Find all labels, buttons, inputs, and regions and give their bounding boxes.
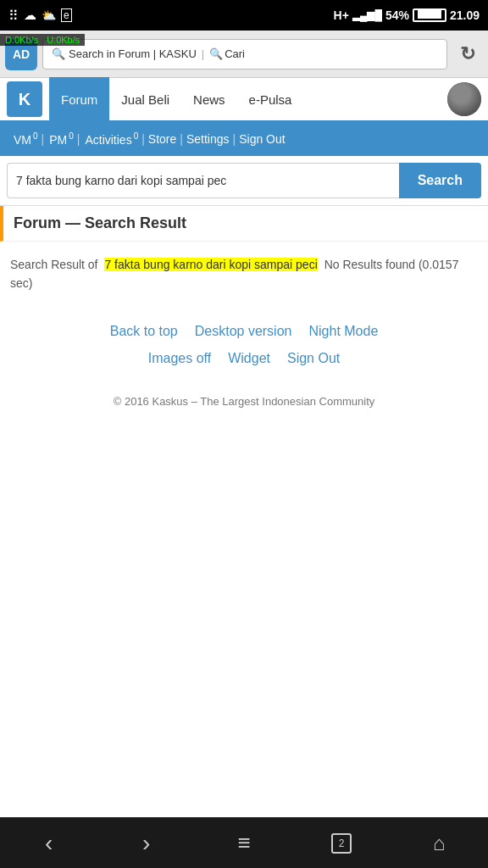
back-button[interactable]: ‹ [24,818,75,869]
bbm-icon: ⠿ [8,8,19,24]
main-content: Forum — Search Result Search Result of 7… [0,206,488,307]
widget-link[interactable]: Widget [228,351,270,366]
desktop-version-link[interactable]: Desktop version [195,324,292,339]
sep4: | [180,132,183,146]
status-right: H+ ▂▄▆█ 54% 21.09 [334,8,480,22]
battery-icon [413,8,446,22]
url-text: Search in Forum | KASKU [69,47,197,60]
tabs-button[interactable]: 2 [316,818,367,869]
avatar-image [447,82,481,116]
site-logo[interactable]: K [7,81,42,117]
footer-links: Back to top Desktop version Night Mode I… [0,307,488,387]
user-menu-bar: VM0 | PM0 | Activities0 | Store | Settin… [0,122,488,156]
avatar[interactable] [447,82,481,116]
app-icon: e [61,8,72,22]
back-to-top-link[interactable]: Back to top [110,324,178,339]
nav-tabs: Forum Jual Beli News e-Pulsa [49,77,447,121]
menu-button[interactable]: ≡ [219,818,269,869]
nav-tab-epulsa[interactable]: e-Pulsa [237,77,304,121]
url-bar[interactable]: 🔍 Search in Forum | KASKU | 🔍 Cari [42,39,447,70]
network-speeds: D:0Kb/s U:0Kb/s [0,34,85,46]
nav-tab-news[interactable]: News [181,77,237,121]
search-highlight: 7 fakta bung karno dari kopi sampai peci [104,258,317,271]
speed-down: D:0Kb/s [5,35,38,45]
activities-link[interactable]: Activities0 [83,131,138,147]
time: 21.09 [450,8,480,22]
search-bar: Search [0,156,488,206]
footer-copyright: © 2016 Kaskus – The Largest Indonesian C… [0,387,488,425]
footer-row-2: Images off Widget Sign Out [10,351,478,366]
sep5: | [233,132,236,146]
sep1: | [42,132,45,146]
signal-icon: ▂▄▆█ [352,9,382,21]
search-input[interactable] [7,163,399,198]
home-button[interactable]: ⌂ [413,818,464,869]
footer-signout-link[interactable]: Sign Out [287,351,340,366]
forward-button[interactable]: › [121,818,172,869]
status-icons: ⠿ ☁ ⛅ e [8,8,72,24]
network-type: H+ [334,8,349,22]
search-result-info: Search Result of 7 fakta bung karno dari… [0,242,488,307]
service-icon: ⛅ [42,8,56,22]
cari-label: Cari [225,47,245,60]
tab-count-badge: 2 [331,833,352,854]
bottom-nav: ‹ › ≡ 2 ⌂ [0,817,488,868]
sep3: | [141,132,145,146]
search-icon-browser: 🔍 [52,47,65,60]
status-bar: ⠿ ☁ ⛅ e H+ ▂▄▆█ 54% 21.09 [0,0,488,31]
result-prefix: Search Result of [10,258,98,271]
store-link[interactable]: Store [148,132,176,146]
speed-up: U:0Kb/s [47,35,80,45]
signout-link[interactable]: Sign Out [239,132,285,146]
pm-link[interactable]: PM0 [47,131,74,147]
footer-row-1: Back to top Desktop version Night Mode [10,324,478,339]
sep2: | [77,132,80,146]
nav-tab-jualbeli[interactable]: Jual Beli [109,77,181,121]
site-nav: K Forum Jual Beli News e-Pulsa [0,78,488,122]
search-icon-cari: 🔍 [209,47,223,60]
battery-percent: 54% [385,8,409,22]
search-button[interactable]: Search [399,163,481,198]
cloud-icon: ☁ [24,8,36,23]
section-header: Forum — Search Result [0,206,488,242]
cari-separator: | [202,47,204,60]
nav-tab-forum[interactable]: Forum [49,77,109,121]
reload-button[interactable]: ↻ [452,39,483,70]
vm-link[interactable]: VM0 [12,131,38,147]
night-mode-link[interactable]: Night Mode [308,324,378,339]
images-off-link[interactable]: Images off [148,351,211,366]
settings-link[interactable]: Settings [186,132,230,146]
